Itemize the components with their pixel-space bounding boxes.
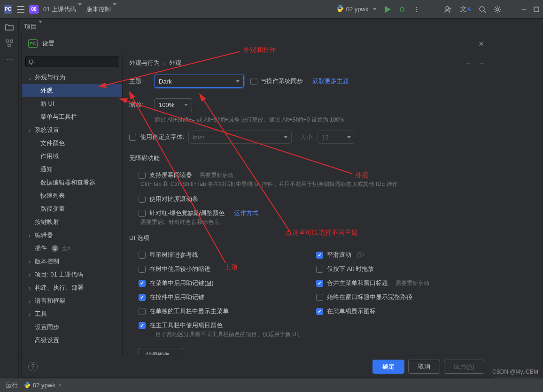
nav-item[interactable]: ›系统设置 [22,123,122,137]
breadcrumb: 外观与行为 › 外观 ← → [123,54,491,72]
close-icon[interactable]: ✕ [478,39,484,48]
info-icon[interactable]: ? [357,252,364,258]
checkbox[interactable] [139,294,146,301]
checkbox-label: 在主工具栏中使用项目颜色 [149,321,223,330]
run-config[interactable]: 02 ypwk [337,5,377,13]
structure-tool-icon[interactable] [6,39,13,47]
custom-font-checkbox[interactable] [129,134,136,141]
checkbox-row: 平滑滚动? [307,248,484,262]
checkbox[interactable] [139,266,146,273]
nav-item[interactable]: ›版本控制 [22,255,122,268]
screen-reader-label: 支持屏幕阅读器 [149,171,192,179]
run-icon[interactable] [384,6,391,13]
bg-image-button[interactable]: 背景图像… [139,348,183,355]
checkbox[interactable] [316,252,323,259]
app-logo: PC [4,5,12,14]
checkbox-row: 在菜单项显示图标 [307,304,484,318]
nav-item[interactable]: 高级设置 [22,334,122,347]
theme-select[interactable]: Dark [155,75,244,88]
checkbox-label: 在菜单中启用助记键(M) [149,279,214,287]
font-select[interactable]: Inter [188,131,292,144]
nav-item[interactable]: 文件颜色 [22,137,122,150]
nav-item[interactable]: 通知 [22,163,122,176]
nav-item[interactable]: 新 UI [22,97,122,110]
checkbox[interactable] [139,280,146,287]
svg-point-0 [400,8,404,11]
svg-point-2 [480,7,484,11]
settings-nav: Q- ⌄外观与行为外观新 UI菜单与工具栏›系统设置文件颜色作用域通知数据编辑器… [22,54,123,355]
nav-item[interactable]: ›编辑器 [22,229,122,242]
debug-icon[interactable] [398,6,406,13]
checkbox-label: 在树中使用较小的缩进 [149,265,210,273]
nav-item[interactable]: ›项目: 01 上课代码 [22,268,122,281]
more-icon[interactable]: ⋮ [413,6,419,13]
nav-back-icon[interactable]: ← [465,60,472,67]
vcs-widget[interactable]: 版本控制 [86,5,116,14]
checkbox-row: 仅按下 Alt 时拖放 [307,262,484,276]
checkbox[interactable] [316,294,323,301]
nav-item[interactable]: 作用域 [22,150,122,163]
checkbox-row: 显示树缩进参考线 [129,248,307,262]
run-file-tab[interactable]: 02 ypwk × [24,382,62,389]
colorblind-link[interactable]: 运作方式 [234,209,258,217]
cancel-button[interactable]: 取消 [408,360,440,374]
svg-rect-7 [8,44,10,46]
title-bar: PC 00 01 上课代码 版本控制 02 ypwk ⋮ 文A [0,0,543,19]
nav-item[interactable]: 按键映射 [22,215,122,229]
checkbox[interactable] [316,308,323,315]
nav-item[interactable]: ›构建、执行、部署 [22,281,122,294]
font-size-input[interactable]: 13 [318,131,355,144]
settings-search[interactable]: Q- [25,56,118,67]
project-tool-icon[interactable] [5,23,14,31]
adduser-icon[interactable] [444,5,452,14]
zoom-select[interactable]: 100% [155,98,192,111]
nav-item[interactable]: 数据编辑器和查看器 [22,176,122,189]
checkbox-label: 仅按下 Alt 时拖放 [327,265,374,273]
nav-item[interactable]: 外观 [22,84,122,97]
screen-reader-checkbox[interactable] [139,172,146,179]
svg-point-3 [496,8,499,11]
sync-os-checkbox[interactable] [250,78,257,85]
run-tool-label[interactable]: 运行 [6,381,18,390]
help-icon[interactable]: ? [28,362,38,371]
nav-item[interactable]: 路径变量 [22,202,122,215]
svg-rect-6 [10,40,13,42]
screen-reader-desc: Ctrl+Tab 和 Ctrl+Shift+Tab 将在对话框中导航 UI 控件… [140,180,484,188]
search-icon[interactable] [479,6,486,13]
nav-item[interactable]: 插件1文A [22,242,122,255]
checkbox-row: 始终在窗口标题中显示完整路径 [307,290,484,304]
nav-item[interactable]: 快速列表 [22,189,122,202]
project-name[interactable]: 01 上课代码 [43,5,82,14]
checkbox-label: 合并主菜单和窗口标题 [327,279,388,287]
nav-forward-icon[interactable]: → [478,60,484,67]
custom-font-label: 使用自定义字体: [140,133,185,141]
hamburger-icon[interactable] [17,6,24,13]
more-themes-link[interactable]: 获取更多主题 [312,77,349,85]
more-tools-icon[interactable]: ⋯ [6,55,12,62]
checkbox[interactable] [316,266,323,273]
translate-icon[interactable]: 文A [460,5,471,14]
checkbox-row: 合并主菜单和窗口标题需要重新启动 [307,276,484,290]
nav-item[interactable]: ›工具 [22,307,122,321]
zoom-label: 缩放: [129,100,151,109]
colorblind-checkbox[interactable] [139,210,146,217]
contrast-scroll-checkbox[interactable] [139,196,146,203]
checkbox[interactable] [139,252,146,259]
checkbox[interactable] [139,308,146,315]
nav-item[interactable]: 菜单与工具栏 [22,110,122,123]
dialog-title-bar: PC 设置 ✕ [22,33,491,54]
colorblind-label: 针对红-绿色觉缺陷调整颜色 [149,209,225,217]
checkbox[interactable] [316,280,323,287]
apply-button[interactable]: 应用(A) [444,360,484,374]
dialog-app-icon: PC [28,39,38,48]
minimize-icon[interactable]: ─ [522,6,526,13]
settings-content: 外观与行为 › 外观 ← → 主题: Dark [123,54,491,355]
gear-icon[interactable] [494,6,501,13]
nav-item[interactable]: ⌄外观与行为 [22,71,122,84]
nav-item[interactable]: 设置同步 [22,321,122,334]
ok-button[interactable]: 确定 [372,360,404,374]
maximize-icon[interactable] [534,7,539,12]
nav-item[interactable]: ›语言和框架 [22,294,122,307]
checkbox[interactable] [139,322,146,329]
checkbox-row: 在控件中启用助记键 [129,290,307,304]
